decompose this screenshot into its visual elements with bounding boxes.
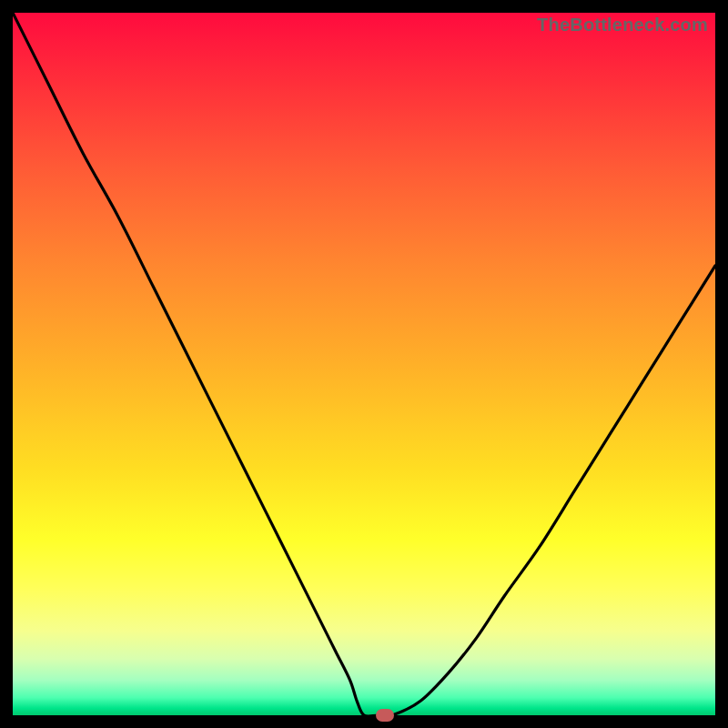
chart-frame: TheBottleneck.com — [0, 0, 728, 728]
watermark-text: TheBottleneck.com — [537, 15, 708, 35]
chart-plot-area: TheBottleneck.com — [13, 13, 715, 715]
optimal-point-marker — [376, 709, 394, 722]
bottleneck-curve — [13, 13, 715, 715]
